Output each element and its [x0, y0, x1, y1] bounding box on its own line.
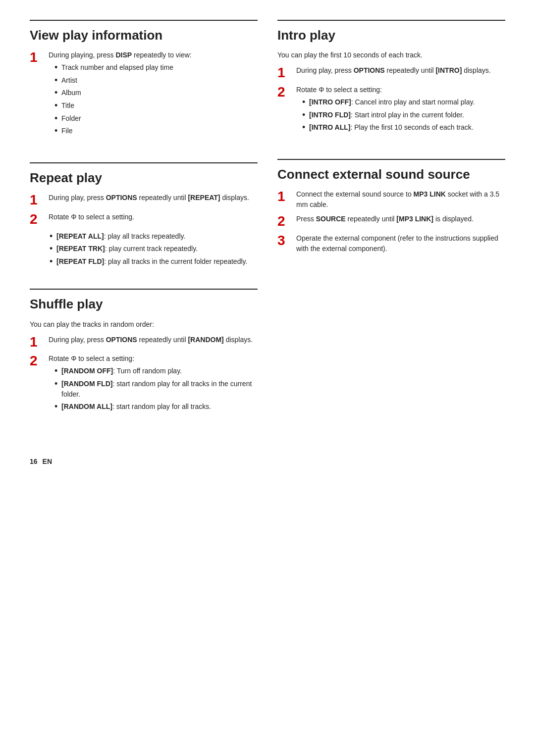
mp3link-bold: MP3 LINK	[414, 190, 446, 198]
bullet-item: • Folder	[54, 113, 258, 124]
step-text: During playing, press DISP repeatedly to…	[49, 51, 192, 59]
section-repeat-play: Repeat play 1 During play, press OPTIONS…	[30, 162, 258, 283]
step-content: Rotate Φ to select a setting: • [RANDOM …	[49, 353, 258, 414]
bullet-text: [REPEAT FLD]: play all tracks in the cur…	[56, 256, 258, 267]
section-shuffle-play: Shuffle play You can play the tracks in …	[30, 289, 258, 432]
bullet-text: [RANDOM FLD]: start random play for all …	[61, 379, 258, 400]
step-item: 1 During play, press OPTIONS repeatedly …	[30, 193, 258, 208]
step-content: Rotate Φ to select a setting.	[49, 212, 258, 222]
page-footer: 16 EN	[30, 457, 505, 465]
step-content: During play, press OPTIONS repeatedly un…	[49, 335, 258, 345]
bullet-text: File	[61, 126, 258, 136]
bullet-item: • [RANDOM ALL]: start random play for al…	[54, 402, 258, 412]
bullet-text: [REPEAT TRK]: play current track repeate…	[56, 244, 258, 254]
step-number-2: 2	[30, 212, 44, 227]
shuffle-play-steps: 1 During play, press OPTIONS repeatedly …	[30, 335, 258, 414]
bullet-text: [RANDOM OFF]: Turn off random play.	[61, 366, 258, 376]
repeat-play-steps: 1 During play, press OPTIONS repeatedly …	[30, 193, 258, 227]
step-item: 2 Rotate Φ to select a setting.	[30, 212, 258, 227]
step-number-2: 2	[30, 353, 44, 369]
step-number-1: 1	[30, 193, 44, 208]
shuffle-intro: You can play the tracks in random order:	[30, 319, 258, 330]
bullet-item: • Track number and elapsed play time	[54, 62, 258, 73]
section-divider	[30, 289, 258, 290]
bullet-item: • [INTRO OFF]: Cancel intro play and sta…	[302, 97, 505, 108]
bullet-text: Title	[61, 101, 258, 111]
shuffle-bullet-list: • [RANDOM OFF]: Turn off random play. • …	[49, 366, 258, 412]
step-content: During play, press OPTIONS repeatedly un…	[296, 65, 505, 76]
step-content: Rotate Φ to select a setting: • [INTRO O…	[296, 85, 505, 135]
step-content: Press SOURCE repeatedly until [MP3 LINK]…	[296, 214, 505, 224]
bullet-text: Artist	[61, 75, 258, 86]
step-text: Connect the external sound source to MP3…	[296, 190, 499, 208]
step-number-1: 1	[277, 189, 291, 204]
step-item: 1 During playing, press DISP repeatedly …	[30, 50, 258, 139]
page-number: 16	[30, 457, 38, 465]
step-item: 1 During play, press OPTIONS repeatedly …	[277, 65, 505, 81]
step-number-2: 2	[277, 85, 291, 100]
step-item: 1 Connect the external sound source to M…	[277, 189, 505, 210]
step-number-1: 1	[30, 50, 44, 65]
bullet-item: • [REPEAT ALL]: play all tracks repeated…	[50, 231, 258, 242]
section-intro-play: Intro play You can play the first 10 sec…	[277, 20, 505, 153]
bullet-text: [RANDOM ALL]: start random play for all …	[61, 402, 258, 412]
step-content: During play, press OPTIONS repeatedly un…	[49, 193, 258, 203]
bullet-item: • [RANDOM OFF]: Turn off random play.	[54, 366, 258, 377]
bullet-item: • [INTRO ALL]: Play the first 10 seconds…	[302, 122, 505, 133]
bullet-item: • Album	[54, 88, 258, 99]
view-play-info-steps: 1 During playing, press DISP repeatedly …	[30, 50, 258, 139]
connect-external-title: Connect external sound source	[277, 167, 505, 182]
intro-play-steps: 1 During play, press OPTIONS repeatedly …	[277, 65, 505, 135]
right-column: Intro play You can play the first 10 sec…	[277, 20, 505, 438]
intro-play-title: Intro play	[277, 28, 505, 43]
bullet-text: [REPEAT ALL]: play all tracks repeatedly…	[56, 231, 258, 242]
step-content-1: During playing, press DISP repeatedly to…	[49, 50, 258, 139]
bullet-item: • [REPEAT TRK]: play current track repea…	[50, 244, 258, 254]
step-text: During play, press OPTIONS repeatedly un…	[49, 194, 249, 202]
random-bold: [RANDOM]	[188, 336, 223, 344]
bullet-text: Folder	[61, 113, 258, 124]
section-divider	[277, 159, 505, 160]
repeat-bold: [REPEAT]	[188, 194, 220, 202]
step-text: During play, press OPTIONS repeatedly un…	[49, 336, 253, 344]
intro-play-intro: You can play the first 10 seconds of eac…	[277, 50, 505, 60]
step-item: 3 Operate the external component (refer …	[277, 233, 505, 254]
step-text: Rotate Φ to select a setting.	[49, 213, 134, 221]
bullet-text: Album	[61, 88, 258, 98]
step-text: Press SOURCE repeatedly until [MP3 LINK]…	[296, 215, 474, 223]
step-text: During play, press OPTIONS repeatedly un…	[296, 66, 491, 74]
bullet-item: • Title	[54, 101, 258, 111]
step-number-3: 3	[277, 233, 291, 249]
step-content: Connect the external sound source to MP3…	[296, 189, 505, 210]
view-play-info-title: View play information	[30, 28, 258, 43]
step-number-1: 1	[30, 335, 44, 350]
intro-bullet-list: • [INTRO OFF]: Cancel intro play and sta…	[296, 97, 505, 133]
section-view-play-info: View play information 1 During playing, …	[30, 20, 258, 156]
mp3link2-bold: [MP3 LINK]	[396, 215, 433, 223]
intro-bold: [INTRO]	[435, 66, 462, 74]
bullet-item: • [INTRO FLD]: Start introl play in the …	[302, 110, 505, 121]
step-number-2: 2	[277, 214, 291, 229]
bullet-text: [INTRO FLD]: Start introl play in the cu…	[309, 110, 505, 120]
shuffle-play-title: Shuffle play	[30, 297, 258, 312]
options-bold: OPTIONS	[106, 336, 137, 344]
step-item: 2 Rotate Φ to select a setting: • [INTRO…	[277, 85, 505, 135]
section-divider	[277, 20, 505, 21]
connect-external-steps: 1 Connect the external sound source to M…	[277, 189, 505, 254]
left-column: View play information 1 During playing, …	[30, 20, 258, 438]
step-content: Operate the external component (refer to…	[296, 233, 505, 254]
repeat-play-title: Repeat play	[30, 170, 258, 186]
section-connect-external: Connect external sound source 1 Connect …	[277, 159, 505, 272]
section-divider	[30, 162, 258, 163]
repeat-bullet-list: • [REPEAT ALL]: play all tracks repeated…	[30, 231, 258, 267]
bullet-text: [INTRO ALL]: Play the first 10 seconds o…	[309, 122, 505, 133]
step-number-1: 1	[277, 65, 291, 81]
bullet-item: • File	[54, 126, 258, 137]
page-lang: EN	[43, 457, 52, 465]
bullet-text: Track number and elapsed play time	[61, 62, 258, 73]
step-item: 1 During play, press OPTIONS repeatedly …	[30, 335, 258, 350]
step-item: 2 Press SOURCE repeatedly until [MP3 LIN…	[277, 214, 505, 229]
view-play-bullet-list: • Track number and elapsed play time • A…	[49, 62, 258, 137]
options-bold: OPTIONS	[354, 66, 385, 74]
bullet-item: • [RANDOM FLD]: start random play for al…	[54, 379, 258, 400]
